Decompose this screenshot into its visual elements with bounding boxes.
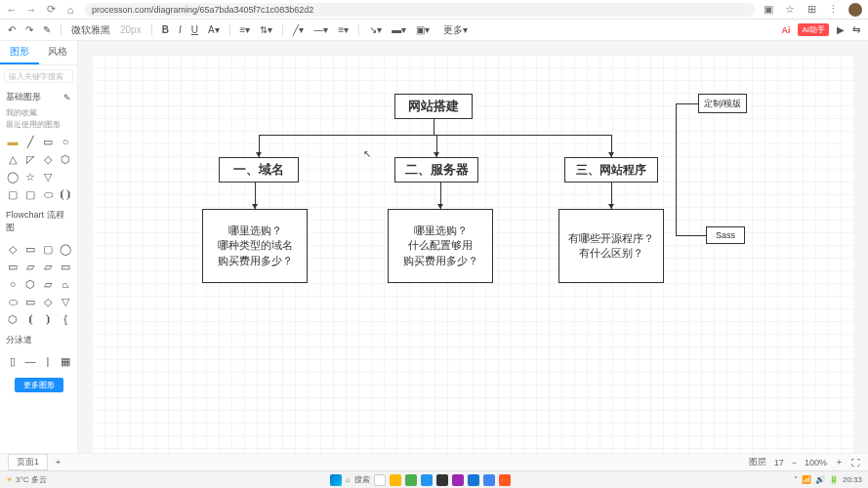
start-button[interactable] <box>330 474 342 486</box>
edit-icon[interactable]: ✎ <box>63 93 71 102</box>
forward-button[interactable]: → <box>25 4 37 16</box>
section-flowchart[interactable]: Flowchart 流程图 <box>0 205 77 238</box>
shape-cylinder[interactable]: ⬭ <box>41 187 55 201</box>
fc-doc[interactable]: ▱ <box>23 260 37 273</box>
stroke-button[interactable]: ╱▾ <box>293 24 304 35</box>
fc-db[interactable]: ⬭ <box>6 295 20 308</box>
shape-more[interactable] <box>59 170 72 183</box>
extensions-icon[interactable]: ⊞ <box>806 4 817 16</box>
node-root[interactable]: 网站搭建 <box>394 94 473 119</box>
undo-button[interactable]: ↶ <box>8 24 16 35</box>
fc-brace2[interactable]: ⦘ <box>41 312 55 326</box>
fc-loop[interactable]: ⬡ <box>6 312 20 326</box>
tray-battery-icon[interactable]: 🔋 <box>829 475 839 484</box>
node-server[interactable]: 二、服务器 <box>394 157 478 183</box>
add-page-button[interactable]: ＋ <box>54 456 62 468</box>
bookmark-icon[interactable]: ☆ <box>784 4 796 16</box>
lane-grid[interactable]: ▦ <box>59 354 72 368</box>
fc-data[interactable]: ▱ <box>41 260 55 273</box>
search-label[interactable]: 搜索 <box>354 474 370 485</box>
clock-time[interactable]: 20:33 <box>843 475 862 484</box>
shape-bracket[interactable]: ⦗⦘ <box>59 187 72 201</box>
fc-card[interactable]: ▭ <box>59 260 72 273</box>
shape-folder[interactable]: ▬ <box>6 135 20 148</box>
shape-diamond[interactable]: ◇ <box>41 152 55 166</box>
redo-button[interactable]: ↷ <box>25 24 33 35</box>
task-app5[interactable] <box>468 474 479 486</box>
node-program-detail[interactable]: 有哪些开源程序？ 有什么区别？ <box>558 209 664 283</box>
page-tab-1[interactable]: 页面1 <box>8 454 48 470</box>
menu-icon[interactable]: ⋮ <box>827 4 839 16</box>
fc-brace3[interactable]: { <box>59 312 72 326</box>
fc-diamond[interactable]: ◇ <box>6 242 20 256</box>
fc-circle[interactable]: ○ <box>6 277 20 291</box>
fc-tri[interactable]: ▽ <box>59 295 72 308</box>
zoom-in-button[interactable]: ＋ <box>835 456 844 468</box>
shape-roundrect2[interactable]: ▢ <box>23 187 37 201</box>
shape-chevron[interactable]: ▽ <box>41 170 55 183</box>
ai-label[interactable]: Ai <box>781 25 790 35</box>
fc-rect[interactable]: ▭ <box>23 242 37 256</box>
section-lane[interactable]: 分泳道 <box>0 330 77 350</box>
home-button[interactable]: ⌂ <box>64 4 76 16</box>
lane-v[interactable]: ▯ <box>6 354 20 368</box>
align-button[interactable]: ≡▾ <box>240 24 251 35</box>
shape-rtriangle[interactable]: ◸ <box>23 152 37 166</box>
connector-button[interactable]: ↘▾ <box>369 24 382 35</box>
underline-button[interactable]: U <box>191 24 198 35</box>
fc-hex[interactable]: ⬡ <box>23 277 37 291</box>
task-app2[interactable] <box>421 474 433 486</box>
node-domain-detail[interactable]: 哪里选购？ 哪种类型的域名 购买费用多少？ <box>202 209 308 283</box>
section-basic[interactable]: 基础图形 ✎ <box>0 87 77 107</box>
task-app3[interactable] <box>436 474 448 486</box>
italic-button[interactable]: I <box>179 24 182 35</box>
node-program[interactable]: 三、网站程序 <box>564 157 658 183</box>
fc-disp[interactable]: ▭ <box>23 295 37 308</box>
font-size-select[interactable]: 20px <box>120 24 142 35</box>
fc-process[interactable]: ▭ <box>6 260 20 273</box>
install-app-icon[interactable]: ▣ <box>763 4 774 16</box>
fc-ellipse[interactable]: ◯ <box>59 242 72 256</box>
tray-wifi-icon[interactable]: 📶 <box>802 475 811 484</box>
shape-hexagon[interactable]: ⬡ <box>59 152 72 166</box>
shape-line[interactable]: ╱ <box>23 135 37 148</box>
image-button[interactable]: ▣▾ <box>416 24 430 35</box>
node-custom-template[interactable]: 定制/模版 <box>698 94 747 113</box>
fc-brace1[interactable]: ⦗ <box>23 312 37 326</box>
fc-trap[interactable]: ⏢ <box>59 277 72 291</box>
shape-search[interactable]: 输入关键字搜索 <box>4 69 73 83</box>
task-chrome[interactable] <box>483 474 495 486</box>
fc-round[interactable]: ▢ <box>41 242 55 256</box>
font-family-select[interactable]: 微软雅黑 <box>71 23 110 37</box>
weather-widget[interactable]: ☀ 3°C 多云 <box>6 474 47 485</box>
task-view[interactable] <box>374 474 386 486</box>
back-button[interactable]: ← <box>6 4 18 16</box>
recent-shapes[interactable]: 最近使用的图形 <box>0 119 77 131</box>
node-server-detail[interactable]: 哪里选购？ 什么配置够用 购买费用多少？ <box>388 209 493 283</box>
shape-circle[interactable]: ○ <box>59 135 72 148</box>
font-color-button[interactable]: A▾ <box>208 24 220 35</box>
present-button[interactable]: ▶ <box>837 24 845 35</box>
search-icon[interactable]: ⌕ <box>346 475 351 484</box>
task-app4[interactable] <box>452 474 464 486</box>
profile-avatar[interactable] <box>848 3 862 17</box>
shape-triangle[interactable]: △ <box>6 152 20 166</box>
zoom-out-button[interactable]: − <box>792 458 797 468</box>
line-style-button[interactable]: —▾ <box>313 24 328 35</box>
fc-merge[interactable]: ◇ <box>41 295 55 308</box>
task-explorer[interactable] <box>390 474 401 486</box>
tab-graphics[interactable]: 图形 <box>0 41 39 64</box>
node-domain[interactable]: 一、域名 <box>219 157 299 183</box>
fc-para[interactable]: ▱ <box>41 277 55 291</box>
shape-ellipse[interactable]: ◯ <box>6 170 20 183</box>
shape-star[interactable]: ☆ <box>23 170 37 183</box>
reload-button[interactable]: ⟳ <box>45 4 57 16</box>
node-sass[interactable]: Sass <box>706 226 745 244</box>
task-app6[interactable] <box>499 474 511 486</box>
fill-button[interactable]: ▬▾ <box>392 24 406 35</box>
tray-chevron-icon[interactable]: ˄ <box>794 475 798 484</box>
task-app1[interactable] <box>405 474 417 486</box>
bold-button[interactable]: B <box>162 24 169 35</box>
tab-style[interactable]: 风格 <box>39 41 78 64</box>
more-menu[interactable]: 更多▾ <box>443 23 468 37</box>
